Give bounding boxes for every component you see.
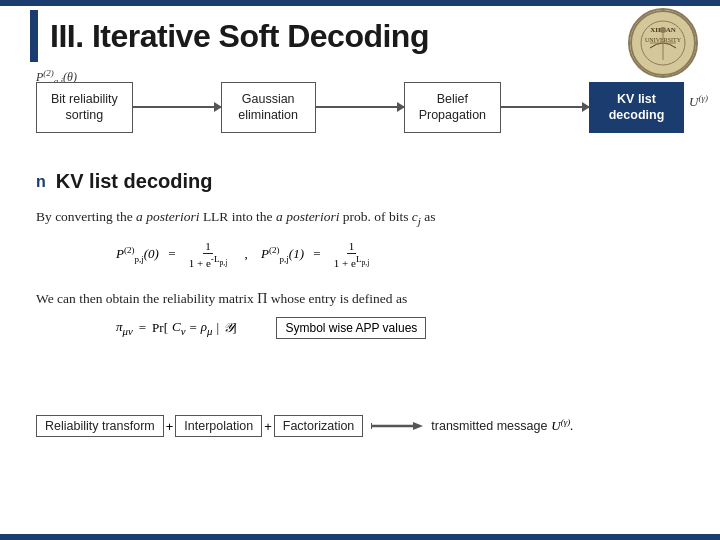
- reliability-transform-box: Reliability transform: [36, 415, 164, 437]
- formula-p-1: P: [261, 246, 269, 261]
- logo-area: XIDIAN UNIVERSITY: [628, 8, 708, 88]
- u-gamma-end: U(γ).: [551, 417, 573, 434]
- reliability-transform-label: Reliability transform: [45, 419, 155, 433]
- formula-block-1: P(2)p,j(0) = 1 1 + e-Lp,j , P(2)p,j(1) =…: [36, 240, 684, 270]
- bottom-accent-bar: [0, 534, 720, 540]
- slide-title: III. Iterative Soft Decoding: [50, 18, 429, 55]
- matrix-pi: Π: [257, 291, 267, 306]
- factorization-box: Factorization: [274, 415, 364, 437]
- fraction-2: 1 1 + eLp,j: [332, 240, 372, 270]
- u-gamma-formula: U(γ): [689, 93, 708, 110]
- top-accent-bar: [0, 0, 720, 6]
- c-j-symbol: cj: [412, 209, 421, 224]
- title-area: III. Iterative Soft Decoding: [30, 10, 610, 62]
- logo-svg: XIDIAN UNIVERSITY: [630, 10, 696, 76]
- flow-box-kv-list: KV listdecoding: [589, 82, 684, 133]
- interpolation-label: Interpolation: [184, 419, 253, 433]
- arrow-3: [501, 106, 589, 108]
- paragraph-2: We can then obtain the reliability matri…: [36, 288, 684, 309]
- app-annotation-text: Symbol wise APP values: [285, 321, 417, 335]
- aposteriori-2: a posteriori: [276, 209, 339, 224]
- double-arrow: [371, 419, 423, 433]
- section-heading: KV list decoding: [56, 170, 213, 193]
- formula-row-2: πμν = Pr[ Cν = ρμ | 𝒴 ] Symbol wise APP …: [36, 317, 684, 339]
- flow-box-bit-reliability: Bit reliabilitysorting: [36, 82, 133, 133]
- transmitted-label: transmitted message: [431, 419, 547, 433]
- section-title-row: n KV list decoding: [36, 170, 684, 193]
- factorization-label: Factorization: [283, 419, 355, 433]
- university-logo: XIDIAN UNIVERSITY: [628, 8, 698, 78]
- plus-1: +: [164, 419, 176, 434]
- title-bar-accent: [30, 10, 38, 62]
- svg-marker-8: [413, 422, 423, 430]
- double-arrow-svg: [371, 419, 423, 433]
- interpolation-box: Interpolation: [175, 415, 262, 437]
- flow-box-gaussian: Gaussianelimination: [221, 82, 316, 133]
- flow-diagram: Bit reliabilitysorting Gaussianeliminati…: [36, 82, 684, 133]
- slide: III. Iterative Soft Decoding XIDIAN UNIV…: [0, 0, 720, 540]
- flow-box-belief-prop: BeliefPropagation: [404, 82, 501, 133]
- fraction-1: 1 1 + e-Lp,j: [187, 240, 230, 270]
- plus-2: +: [262, 419, 274, 434]
- arrow-2: [316, 106, 404, 108]
- app-annotation-box: Symbol wise APP values: [276, 317, 426, 339]
- aposteriori-1: a posteriori: [136, 209, 199, 224]
- arrow-1: [133, 106, 221, 108]
- content-area: n KV list decoding By converting the a p…: [36, 170, 684, 347]
- bottom-equation-row: Reliability transform + Interpolation + …: [36, 415, 684, 437]
- formula-p-0: P: [116, 246, 124, 261]
- bullet-n: n: [36, 173, 46, 191]
- paragraph-1: By converting the a posteriori LLR into …: [36, 207, 684, 230]
